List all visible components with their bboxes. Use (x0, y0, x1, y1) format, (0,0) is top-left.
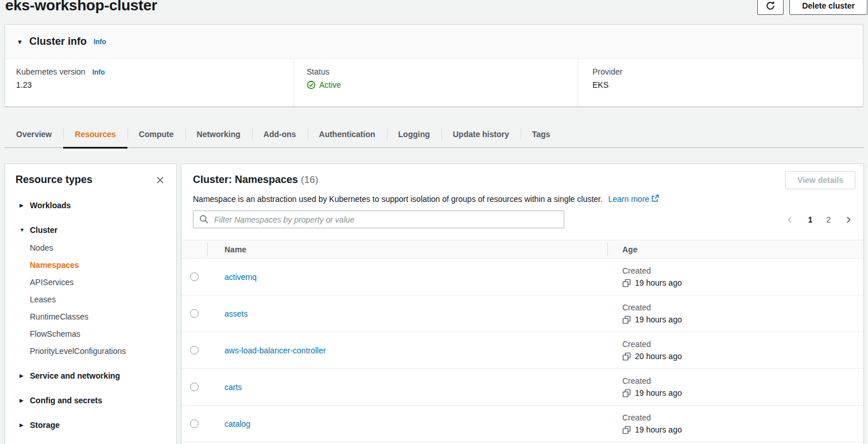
section-label: Workloads (30, 201, 71, 210)
tab-update-history[interactable]: Update history (441, 121, 521, 147)
provider-field: Provider EKS (578, 59, 863, 106)
age-created-label: Created (622, 266, 863, 275)
cluster-info-body: Kubernetes version Info 1.23 Status Acti… (5, 59, 863, 106)
chevron-right-icon: ▶ (20, 373, 25, 379)
name-column-header: Name (207, 245, 607, 254)
age-created-label: Created (622, 413, 863, 422)
status-label: Status (307, 67, 330, 76)
age-created-label: Created (622, 303, 863, 312)
pagination: 1 2 (784, 214, 855, 225)
delete-cluster-button[interactable]: Delete cluster (789, 0, 867, 15)
row-radio-button[interactable] (190, 309, 199, 318)
sidebar-item-leases[interactable]: Leases (30, 294, 176, 305)
namespace-link[interactable]: activemq (224, 272, 257, 282)
copy-icon[interactable] (622, 352, 631, 361)
page-title: eks-workshop-cluster (5, 0, 157, 14)
namespaces-heading: Cluster: Namespaces(16) (193, 171, 318, 186)
section-label: Storage (30, 420, 60, 430)
resource-types-panel: Resource types ▶ Workloads ▼ Cluster Nod… (5, 163, 177, 444)
page-2-button[interactable]: 2 (824, 214, 833, 225)
namespace-link[interactable]: catalog (224, 419, 250, 429)
search-icon (199, 215, 209, 224)
namespaces-count: (16) (301, 174, 318, 185)
chevron-right-icon: ▶ (20, 422, 25, 428)
age-value: 19 hours ago (635, 278, 682, 287)
sidebar-item-prioritylevelconfigurations[interactable]: PriorityLevelConfigurations (30, 345, 176, 357)
row-radio-button[interactable] (190, 346, 199, 355)
sidebar-section-cluster[interactable]: ▼ Cluster (20, 224, 176, 236)
section-label: Config and secrets (30, 396, 102, 405)
table-row: assets Created 19 hours ago (181, 295, 863, 332)
namespaces-heading-text: Cluster: Namespaces (193, 174, 298, 185)
namespaces-panel: Cluster: Namespaces(16) View details Nam… (181, 163, 864, 444)
tab-add-ons[interactable]: Add-ons (252, 121, 308, 147)
collapse-caret-icon: ▼ (17, 38, 23, 45)
row-radio-button[interactable] (190, 383, 199, 391)
cluster-info-title: Cluster info (29, 36, 87, 48)
tab-compute[interactable]: Compute (127, 121, 185, 147)
tab-logging[interactable]: Logging (387, 121, 441, 147)
copy-icon[interactable] (622, 279, 631, 287)
namespaces-table: Name Age activemq Created 19 hours ago a… (181, 240, 863, 442)
close-icon[interactable] (154, 174, 166, 186)
tab-overview[interactable]: Overview (5, 121, 63, 147)
row-radio-button[interactable] (190, 419, 199, 428)
learn-more-link[interactable]: Learn more (609, 194, 660, 204)
namespace-link[interactable]: aws-load-balancer-controller (224, 346, 326, 355)
copy-icon[interactable] (622, 426, 631, 434)
chevron-right-icon: ▶ (20, 202, 25, 208)
table-row: activemq Created 19 hours ago (181, 259, 863, 295)
age-created-label: Created (622, 340, 863, 349)
table-header-row: Name Age (181, 240, 863, 259)
kubernetes-version-field: Kubernetes version Info 1.23 (5, 59, 293, 106)
kubernetes-version-value: 1.23 (16, 80, 293, 89)
sidebar-section-service-and-networking[interactable]: ▶ Service and networking (20, 370, 176, 381)
age-value: 19 hours ago (635, 388, 682, 398)
tab-authentication[interactable]: Authentication (308, 121, 387, 147)
table-row: carts Created 19 hours ago (181, 369, 863, 406)
sidebar-item-apiservices[interactable]: APIServices (30, 276, 176, 288)
next-page-icon[interactable] (842, 215, 855, 225)
copy-icon[interactable] (622, 389, 631, 398)
cluster-info-card: ▼ Cluster info Info Kubernetes version I… (5, 24, 863, 107)
resource-types-tree: ▶ Workloads ▼ Cluster Nodes Namespaces A… (5, 192, 176, 431)
sidebar-section-workloads[interactable]: ▶ Workloads (20, 200, 176, 211)
cluster-info-header[interactable]: ▼ Cluster info Info (5, 25, 863, 59)
section-label: Cluster (30, 225, 57, 235)
table-row: aws-load-balancer-controller Created 20 … (181, 332, 863, 369)
sidebar-section-storage[interactable]: ▶ Storage (20, 419, 176, 431)
age-created-label: Created (622, 376, 863, 385)
sidebar-section-config-and-secrets[interactable]: ▶ Config and secrets (20, 395, 176, 406)
resource-types-title: Resource types (16, 174, 92, 186)
filter-namespaces-input[interactable] (193, 211, 564, 228)
tab-resources[interactable]: Resources (63, 121, 127, 147)
sidebar-item-flowschemas[interactable]: FlowSchemas (30, 328, 176, 340)
namespace-link[interactable]: assets (224, 309, 247, 318)
tab-networking[interactable]: Networking (185, 121, 252, 147)
age-value: 19 hours ago (635, 315, 682, 324)
description-text: Namespace is an abstraction used by Kube… (193, 194, 603, 204)
chevron-down-icon: ▼ (20, 227, 25, 233)
namespace-link[interactable]: carts (224, 383, 242, 392)
refresh-button[interactable] (757, 0, 784, 15)
age-value: 20 hours ago (635, 352, 682, 361)
kubernetes-version-info-link[interactable]: Info (92, 68, 105, 76)
cluster-tabs: Overview Resources Compute Networking Ad… (5, 121, 864, 148)
status-value: Active (319, 80, 341, 89)
view-details-button[interactable]: View details (785, 171, 855, 189)
sidebar-item-namespaces[interactable]: Namespaces (30, 259, 176, 271)
table-row: catalog Created 19 hours ago (181, 406, 863, 442)
sidebar-item-runtimeclasses[interactable]: RuntimeClasses (30, 311, 176, 322)
page-1-button[interactable]: 1 (805, 214, 815, 225)
sidebar-item-nodes[interactable]: Nodes (30, 242, 176, 254)
kubernetes-version-label: Kubernetes version (16, 67, 86, 76)
row-radio-button[interactable] (190, 272, 199, 281)
learn-more-text: Learn more (609, 194, 650, 204)
copy-icon[interactable] (622, 316, 631, 324)
chevron-right-icon: ▶ (20, 398, 25, 403)
previous-page-icon[interactable] (784, 215, 796, 225)
cluster-info-info-link[interactable]: Info (94, 38, 106, 46)
tab-tags[interactable]: Tags (521, 121, 562, 147)
external-link-icon (651, 195, 659, 204)
header-actions: Delete cluster (757, 0, 867, 15)
